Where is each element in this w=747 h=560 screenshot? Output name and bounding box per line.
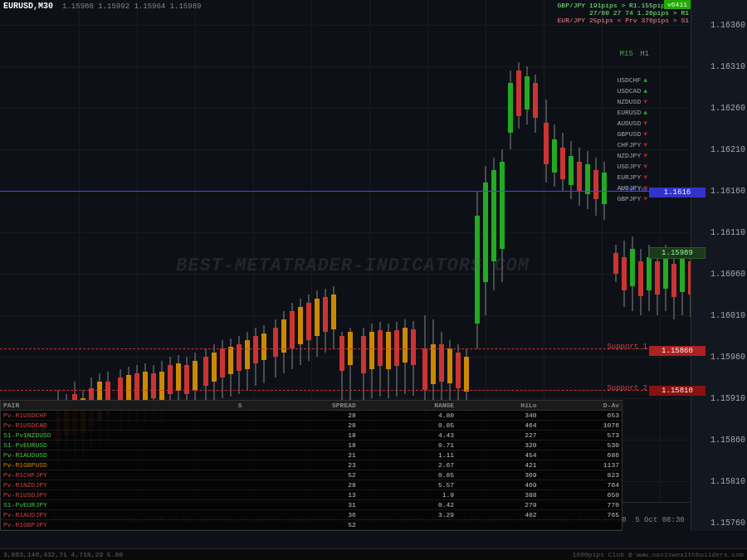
- svg-rect-71: [315, 299, 320, 336]
- svg-rect-95: [422, 348, 427, 390]
- cell-range: 3.29: [359, 510, 456, 520]
- svg-rect-61: [273, 328, 278, 357]
- cell-s: [209, 490, 245, 500]
- svg-rect-43: [193, 361, 198, 390]
- cell-range: 1.9: [359, 490, 456, 500]
- cell-dav: 573: [540, 431, 622, 441]
- svg-rect-109: [483, 183, 488, 282]
- cell-dav: 765: [540, 510, 622, 520]
- svg-rect-91: [403, 328, 408, 363]
- strength-row-nzdusd: NZDUSD▼: [617, 96, 647, 107]
- bottom-numbers: 3,863,146,432,71 4,718,29 5.00: [3, 551, 573, 558]
- col-pair: PAIR: [1, 401, 209, 411]
- svg-rect-31: [143, 372, 148, 401]
- cell-spread: 18: [245, 441, 359, 450]
- chart-header: EURUSD,M30 1.15980 1.15992 1.15964 1.159…: [3, 2, 201, 11]
- svg-rect-151: [663, 256, 668, 289]
- strength-row-audjpy: AUDJPY▼: [617, 183, 647, 193]
- h1-label[interactable]: H1: [640, 50, 649, 58]
- candle-group-oct4-spike: [475, 62, 538, 348]
- strength-row-usdjpy: USDJPY▼: [617, 161, 647, 172]
- cell-s: [209, 421, 245, 431]
- cell-pair: S1-PvEURJPY: [1, 500, 209, 510]
- cell-dav: [540, 520, 622, 530]
- svg-rect-147: [647, 257, 652, 290]
- candle-group-oct4-pm: [544, 100, 607, 220]
- ohlc-label: 1.15980 1.15992 1.15964 1.15989: [62, 2, 201, 11]
- svg-rect-99: [439, 344, 444, 382]
- cell-dav: 823: [540, 470, 622, 480]
- cell-spread: 28: [245, 480, 359, 490]
- strength-row-chfjpy: CHFJPY▼: [617, 139, 647, 150]
- strength-row-usdchf: USDCHF▲: [617, 75, 647, 85]
- svg-rect-55: [245, 340, 250, 369]
- cell-dav: 1137: [540, 460, 622, 470]
- table-row: S1-PvEURJPY 31 0.42 279 770: [1, 500, 622, 510]
- cell-pair: Pv-R1NZDJPY: [1, 480, 209, 490]
- svg-rect-107: [475, 216, 480, 324]
- cell-s: [209, 460, 245, 470]
- cell-pair: Pv-R1AUDJPY: [1, 510, 209, 520]
- cell-pair: Pv-R1GBPUSD: [1, 460, 209, 470]
- cell-s: [209, 441, 245, 450]
- price-axis: 1.16360 1.16310 1.16260 1.16210 1.16160 …: [691, 0, 747, 531]
- cell-spread: 52: [245, 470, 359, 480]
- cell-hilo: [456, 520, 539, 530]
- strength-row-eurusd: EURUSD▲: [617, 107, 647, 118]
- price-label-7: 1.16060: [710, 270, 745, 279]
- cell-dav: 770: [540, 500, 622, 510]
- cell-hilo: 340: [456, 411, 539, 421]
- svg-rect-149: [655, 261, 660, 295]
- candle-group-oct1-spike: [203, 325, 266, 407]
- cell-range: 4.43: [359, 431, 456, 441]
- cell-range: 1.11: [359, 450, 456, 460]
- svg-rect-141: [622, 257, 627, 290]
- cell-hilo: 369: [456, 470, 539, 480]
- svg-rect-127: [560, 148, 565, 179]
- cell-range: 0.42: [359, 500, 456, 510]
- cell-s: [209, 520, 245, 530]
- price-label-9: 1.15960: [710, 353, 745, 362]
- cell-s: [209, 470, 245, 480]
- support2-line: [0, 390, 706, 391]
- candle-group-oct1-afternoon: [273, 286, 353, 407]
- svg-rect-101: [447, 348, 452, 383]
- cell-spread: 36: [245, 510, 359, 520]
- cell-pair: Pv-R1GBPJPY: [1, 520, 209, 530]
- cell-spread: 31: [245, 500, 359, 510]
- svg-rect-131: [577, 162, 582, 191]
- price-label-5: 1.16160: [710, 187, 745, 196]
- svg-rect-65: [290, 311, 295, 348]
- cell-hilo: 279: [456, 500, 539, 510]
- price-label-2: 1.16310: [710, 62, 745, 71]
- svg-rect-145: [638, 261, 643, 296]
- m15-label[interactable]: M15: [620, 50, 633, 58]
- svg-rect-113: [500, 162, 505, 249]
- svg-rect-45: [203, 357, 208, 386]
- strength-row-gbpusd: GBPUSD▼: [617, 129, 647, 139]
- cell-hilo: 320: [456, 441, 539, 450]
- table-row: S1-Pv1NZDUSD 18 4.43 227 573: [1, 431, 622, 441]
- cell-dav: 1076: [540, 421, 622, 431]
- cell-spread: 13: [245, 490, 359, 500]
- strength-row-usdcad: USDCAD▲: [617, 85, 647, 96]
- support2-price-badge: 1.15810: [649, 386, 706, 396]
- top-green-badge: v6411: [664, 0, 691, 9]
- cell-dav: 686: [540, 450, 622, 460]
- cell-spread: 18: [245, 431, 359, 441]
- cell-dav: 653: [540, 411, 622, 421]
- svg-rect-63: [281, 319, 286, 353]
- strength-row-gbpjpy: GBPJPY▼: [617, 193, 647, 204]
- table-row: Pv-R1USDCAD 28 0.85 464 1076: [1, 421, 622, 431]
- cell-pair: Pv-R1AUDUSD: [1, 450, 209, 460]
- cell-range: [359, 520, 456, 530]
- timeframe-selector[interactable]: M15 H1: [620, 50, 649, 58]
- cell-spread: 52: [245, 520, 359, 530]
- cell-hilo: 402: [456, 510, 539, 520]
- cell-range: 2.67: [359, 460, 456, 470]
- pivot-low-line: [0, 191, 706, 192]
- svg-rect-93: [411, 329, 416, 365]
- support1-label: Support 1: [607, 343, 647, 351]
- price-label-3: 1.16260: [710, 104, 745, 113]
- svg-rect-69: [306, 303, 311, 340]
